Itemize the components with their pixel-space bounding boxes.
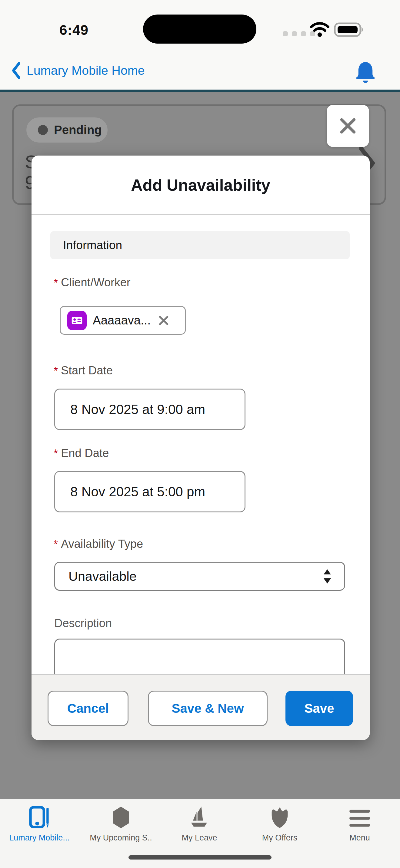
status-bar: 6:49: [0, 0, 400, 55]
client-worker-label: * Client/Worker: [54, 276, 130, 289]
add-unavailability-modal: Add Unavailability Information * Client/…: [31, 156, 370, 740]
nav-title: Lumary Mobile Home: [27, 64, 145, 78]
hexagon-icon: [110, 806, 132, 829]
save-button[interactable]: Save: [285, 691, 353, 726]
start-date-field[interactable]: 8 Nov 2025 at 9:00 am: [54, 389, 246, 430]
battery-icon: [334, 22, 364, 38]
description-label: Description: [54, 617, 112, 630]
contact-card-icon: [67, 311, 87, 330]
status-badge: Pending: [26, 117, 108, 143]
chip-remove-icon[interactable]: [158, 315, 169, 326]
menu-icon: [348, 806, 371, 829]
modal-title: Add Unavailability: [131, 176, 270, 194]
tab-lumary-mobile-home[interactable]: Lumary Mobile...: [0, 806, 79, 843]
sailboat-icon: [188, 806, 211, 829]
tab-my-leave[interactable]: My Leave: [160, 806, 239, 843]
tab-menu[interactable]: Menu: [320, 806, 400, 843]
availability-type-label: * Availability Type: [54, 537, 143, 551]
start-date-label: * Start Date: [54, 364, 113, 377]
save-and-new-button[interactable]: Save & New: [148, 691, 267, 726]
chip-label: Aaaaava...: [93, 314, 151, 327]
badge-dot-icon: [38, 125, 48, 135]
home-indicator[interactable]: [128, 855, 272, 860]
end-date-field[interactable]: 8 Nov 2025 at 5:00 pm: [54, 471, 246, 513]
screen: { "status_bar": { "time": "6:49" }, "nav…: [0, 0, 400, 868]
close-icon: [338, 116, 358, 136]
phone-pencil-icon: [28, 806, 51, 829]
availability-type-select[interactable]: Unavailable: [54, 562, 345, 591]
section-header-information: Information: [50, 231, 350, 259]
modal-header: Add Unavailability: [31, 156, 370, 215]
wifi-icon: [310, 22, 330, 38]
nav-bar: Lumary Mobile Home: [0, 55, 400, 92]
clock: 6:49: [59, 22, 88, 38]
end-date-label: * End Date: [54, 447, 109, 460]
back-button[interactable]: Lumary Mobile Home: [11, 62, 145, 79]
required-asterisk: *: [54, 447, 58, 460]
dynamic-island: [143, 14, 256, 43]
modal-footer: Cancel Save & New Save: [31, 674, 370, 740]
cancel-button[interactable]: Cancel: [48, 691, 128, 726]
required-asterisk: *: [54, 538, 58, 551]
required-asterisk: *: [54, 365, 58, 377]
client-worker-chip[interactable]: Aaaaava...: [60, 306, 186, 335]
select-stepper-icon: [324, 569, 331, 584]
tab-my-upcoming-shifts[interactable]: My Upcoming S..: [81, 806, 161, 843]
shield-icon: [269, 806, 290, 829]
close-button[interactable]: [327, 105, 369, 147]
bell-icon[interactable]: [355, 61, 376, 85]
required-asterisk: *: [54, 277, 58, 289]
back-chevron-icon: [11, 62, 21, 79]
tab-my-offers[interactable]: My Offers: [240, 806, 320, 843]
